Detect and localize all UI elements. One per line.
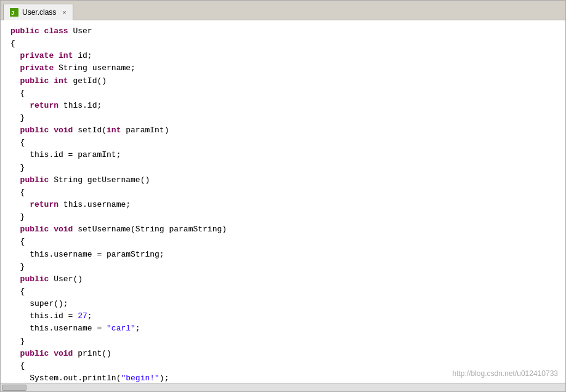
tab-label: User.class: [22, 8, 56, 17]
tab-user-class[interactable]: J User.class ×: [3, 4, 73, 21]
scrollbar-thumb[interactable]: [2, 385, 26, 391]
code-line: this.username = paramString;: [10, 249, 556, 261]
code-line: this.id = 27;: [10, 310, 556, 322]
code-line: }: [10, 211, 556, 223]
code-content: public class User{ private int id; priva…: [1, 25, 565, 383]
code-line: public void print(): [10, 348, 556, 360]
code-line: {: [10, 38, 556, 50]
code-line: private String username;: [10, 62, 556, 74]
code-line: {: [10, 236, 556, 248]
code-line: public int getId(): [10, 75, 556, 87]
java-file-icon: J: [10, 8, 18, 17]
code-line: }: [10, 112, 556, 124]
close-button[interactable]: ×: [62, 9, 66, 16]
code-line: }: [10, 335, 556, 348]
code-line: public String getUsername(): [10, 174, 556, 186]
watermark: http://blog.csdn.net/u012410733: [453, 369, 558, 378]
code-line: public User(): [10, 273, 556, 286]
code-line: }: [10, 261, 556, 273]
main-window: J User.class × public class User{ privat…: [0, 0, 566, 392]
horizontal-scrollbar[interactable]: [1, 383, 565, 391]
code-line: public void setId(int paramInt): [10, 124, 556, 137]
code-line: }: [10, 162, 556, 174]
tab-bar: J User.class ×: [1, 1, 565, 20]
code-line: public void setUsername(String paramStri…: [10, 223, 556, 236]
code-line: private int id;: [10, 50, 556, 62]
code-line: return this.id;: [10, 100, 556, 112]
code-line: {: [10, 186, 556, 199]
code-line: public class User: [10, 25, 556, 38]
code-line: {: [10, 137, 556, 149]
code-line: this.id = paramInt;: [10, 149, 556, 161]
code-line: this.username = "carl";: [10, 322, 556, 335]
code-line: super();: [10, 298, 556, 310]
svg-text:J: J: [11, 10, 14, 16]
code-editor[interactable]: public class User{ private int id; priva…: [1, 20, 565, 383]
code-line: {: [10, 87, 556, 100]
code-line: {: [10, 286, 556, 298]
code-line: return this.username;: [10, 199, 556, 211]
